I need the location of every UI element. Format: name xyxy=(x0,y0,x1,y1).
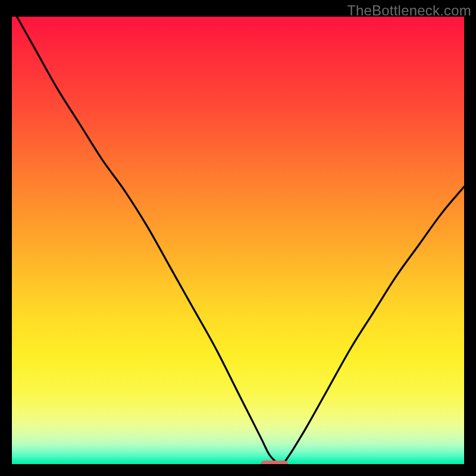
curve-right-branch xyxy=(283,187,464,464)
curves-svg xyxy=(12,17,464,464)
watermark-text: TheBottleneck.com xyxy=(347,2,471,19)
minimum-marker xyxy=(261,461,288,464)
chart-frame: TheBottleneck.com xyxy=(0,0,476,476)
curve-left-branch xyxy=(12,17,278,464)
plot-area xyxy=(12,17,464,464)
